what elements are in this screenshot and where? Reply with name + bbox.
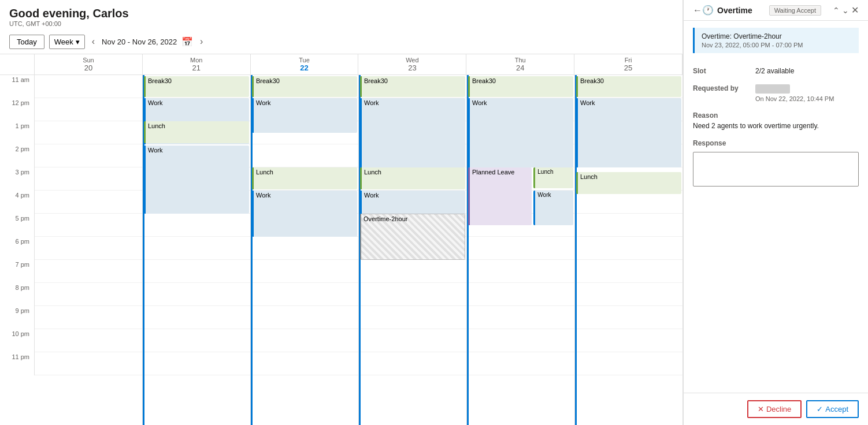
panel-back-button[interactable]: ← [693,5,702,16]
requested-by-label: Requested by [693,84,751,102]
day-headers: Sun 20 Mon 21 Tue 22 Wed 23 Thu 24 Fri 2… [0,54,682,75]
response-label: Response [693,139,751,147]
day-column-wed: Break30 Work Lunch Work Overtime-2hour [359,75,467,425]
event-thu-break30[interactable]: Break30 [468,76,573,97]
event-mon-work2[interactable]: Work [144,146,249,214]
week-dropdown[interactable]: Week ▾ [49,35,85,49]
slot-value: 2/2 available [755,67,794,75]
day-header-fri: Fri 25 [574,54,682,74]
overtime-clock-icon: 🕐 [702,5,714,16]
event-tue-lunch[interactable]: Lunch [252,167,357,189]
event-tue-break30[interactable]: Break30 [252,76,357,97]
panel-title: Overtime [717,6,769,15]
today-button[interactable]: Today [9,35,44,49]
day-column-sun [35,75,143,425]
grid-body: 11 am 12 pm 1 pm 2 pm 3 pm 4 pm 5 pm 6 p… [0,75,682,425]
event-thu-work1[interactable]: Work [468,98,573,167]
date-range: Nov 20 - Nov 26, 2022 [102,38,177,46]
accept-icon: ✓ [817,405,823,413]
panel-prev-button[interactable]: ⌃ [833,6,840,15]
right-panel: ← 🕐 Overtime Waiting Accept ⌃ ⌄ ✕ Overti… [683,0,868,425]
event-thu-lunch-small[interactable]: Lunch [533,167,573,188]
overtime-info-time: Nov 23, 2022, 05:00 PM - 07:00 PM [702,42,852,49]
day-header-thu: Thu 24 [466,54,574,74]
requested-by-row: Requested by On Nov 22, 2022, 10:44 PM [693,84,859,102]
next-week-button[interactable]: › [198,34,205,49]
decline-icon: ✕ [758,405,764,413]
timezone: UTC, GMT +00:00 [9,20,673,27]
decline-button[interactable]: ✕ Decline [747,400,802,418]
event-fri-break30[interactable]: Break30 [576,76,681,97]
slot-label: Slot [693,67,751,75]
accept-button[interactable]: ✓ Accept [806,400,859,418]
slot-row: Slot 2/2 available [693,67,859,75]
day-column-tue: Break30 Work Lunch Work [251,75,359,425]
days-grid: Break30 Work Lunch Work [35,75,682,425]
panel-content: Slot 2/2 available Requested by On Nov 2… [684,60,868,393]
header-top: Good evening, Carlos UTC, GMT +00:00 [0,0,682,29]
calendar-icon[interactable]: 📅 [181,36,193,47]
event-thu-planned-leave[interactable]: Planned Leave [468,167,532,225]
event-thu-work-small[interactable]: Work [533,191,573,225]
prev-week-button[interactable]: ‹ [90,34,97,49]
response-section: Response [693,139,859,188]
reason-text: Need 2 agents to work overtime urgently. [693,122,859,130]
reason-label: Reason [693,111,751,120]
requested-by-value: On Nov 22, 2022, 10:44 PM [755,84,834,102]
requested-date: On Nov 22, 2022, 10:44 PM [755,95,834,102]
event-wed-lunch[interactable]: Lunch [360,167,465,189]
reason-row: Reason Need 2 agents to work overtime ur… [693,111,859,130]
overtime-info-title: Overtime: Overtime-2hour [702,32,852,40]
requester-avatar [755,84,790,94]
greeting: Good evening, Carlos [9,7,673,20]
day-column-mon: Break30 Work Lunch Work [143,75,251,425]
event-tue-work2[interactable]: Work [252,191,357,237]
day-header-sun: Sun 20 [35,54,143,74]
day-header-tue: Tue 22 [251,54,359,74]
panel-next-button[interactable]: ⌄ [842,6,849,15]
day-header-wed: Wed 23 [358,54,466,74]
event-mon-break30[interactable]: Break30 [144,76,249,97]
day-column-fri: Break30 Work Lunch [575,75,682,425]
status-badge: Waiting Accept [769,5,821,16]
time-gutter-header [0,54,35,74]
calendar-grid: Sun 20 Mon 21 Tue 22 Wed 23 Thu 24 Fri 2… [0,54,682,425]
response-input[interactable] [693,152,859,187]
toolbar: Today Week ▾ ‹ Nov 20 - Nov 26, 2022 📅 › [0,29,682,54]
event-fri-work1[interactable]: Work [576,98,681,167]
chevron-down-icon: ▾ [76,38,80,46]
panel-close-button[interactable]: ✕ [851,5,859,16]
main-calendar-area: Good evening, Carlos UTC, GMT +00:00 Tod… [0,0,683,425]
panel-header-row: ← 🕐 Overtime Waiting Accept ⌃ ⌄ ✕ [684,0,868,21]
day-column-thu: Break30 Work Planned Leave Lunch Work [467,75,575,425]
event-mon-lunch[interactable]: Lunch [144,121,249,143]
day-header-mon: Mon 21 [143,54,251,74]
event-wed-work1[interactable]: Work [360,98,465,167]
week-label: Week [54,38,73,46]
event-tue-work1[interactable]: Work [252,98,357,133]
event-fri-lunch[interactable]: Lunch [576,172,681,194]
overtime-info-card: Overtime: Overtime-2hour Nov 23, 2022, 0… [693,28,859,53]
time-column: 11 am 12 pm 1 pm 2 pm 3 pm 4 pm 5 pm 6 p… [0,75,35,425]
panel-footer: ✕ Decline ✓ Accept [684,393,868,425]
event-wed-overtime[interactable]: Overtime-2hour [360,214,465,260]
event-wed-break30[interactable]: Break30 [360,76,465,97]
